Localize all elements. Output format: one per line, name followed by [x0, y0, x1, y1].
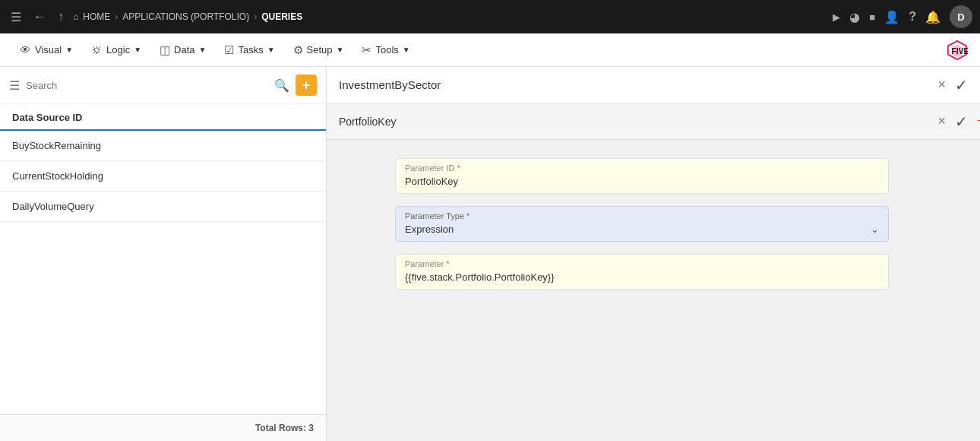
setup-label: Setup	[307, 44, 333, 56]
user-button[interactable]: 👤	[884, 10, 899, 24]
logic-dropdown-icon: ▼	[134, 46, 141, 54]
svg-text:FIVE: FIVE	[952, 46, 968, 55]
parameter-id-field: Parameter ID * PortfolioKey	[395, 158, 889, 194]
sub-panel-title: PortfolioKey	[339, 116, 937, 128]
data-icon: ◫	[160, 43, 170, 57]
panel-close-button[interactable]: ×	[937, 77, 946, 93]
right-panel: InvestmentBySector × ✓ PortfolioKey × ✓ …	[327, 67, 980, 441]
breadcrumb-separator-1: ›	[115, 11, 118, 22]
toolbar-tools[interactable]: ✂ Tools ▼	[354, 39, 417, 62]
visual-icon: 👁	[20, 43, 31, 56]
visual-label: Visual	[35, 44, 62, 56]
preview-button[interactable]: ◕	[849, 10, 860, 24]
toolbar-logic[interactable]: ⛭ Logic ▼	[84, 39, 149, 61]
logic-label: Logic	[106, 44, 130, 56]
red-arrow-indicator: ←	[974, 111, 980, 131]
queries-label[interactable]: QUERIES	[261, 11, 302, 22]
home-icon: ⌂	[73, 11, 78, 22]
panel-header: InvestmentBySector × ✓	[327, 67, 980, 103]
five-logo: FIVE	[947, 40, 968, 61]
tasks-icon: ☑	[224, 43, 234, 57]
help-button[interactable]: ?	[909, 10, 916, 24]
parameter-type-select[interactable]: Expression ⌄	[396, 222, 888, 241]
search-icon[interactable]: 🔍	[274, 78, 289, 93]
sidebar-search-bar: ☰ 🔍 +	[0, 67, 326, 104]
parameter-id-label: Parameter ID *	[396, 159, 888, 174]
bell-button[interactable]: 🔔	[925, 10, 940, 24]
parameter-type-field: Parameter Type * Expression ⌄	[395, 206, 889, 242]
sidebar-list: BuyStockRemaining CurrentStockHolding Da…	[0, 131, 326, 414]
toolbar-tasks[interactable]: ☑ Tasks ▼	[217, 39, 282, 62]
sub-panel-header: PortfolioKey × ✓ ←	[327, 103, 980, 140]
parameter-field: Parameter * {{five.stack.Portfolio.Portf…	[395, 254, 889, 290]
tasks-label: Tasks	[238, 44, 263, 56]
hamburger-icon[interactable]: ☰	[8, 7, 24, 27]
data-label: Data	[174, 44, 194, 56]
app-label[interactable]: APPLICATIONS (PORTFOLIO)	[122, 11, 249, 22]
panel-title: InvestmentBySector	[339, 78, 937, 91]
tasks-dropdown-icon: ▼	[267, 46, 275, 54]
toolbar: 👁 Visual ▼ ⛭ Logic ▼ ◫ Data ▼ ☑ Tasks ▼ …	[0, 33, 980, 67]
top-nav-right: ▶ ◕ ■ 👤 ? 🔔 D	[833, 5, 972, 28]
data-dropdown-icon: ▼	[199, 46, 207, 54]
back-arrow-icon[interactable]: ←	[30, 7, 49, 27]
tools-label: Tools	[375, 44, 398, 56]
form-area: Parameter ID * PortfolioKey Parameter Ty…	[327, 140, 980, 308]
visual-dropdown-icon: ▼	[65, 46, 73, 54]
panel-actions: × ✓	[937, 76, 968, 94]
top-nav: ☰ ← ↑ ⌂ HOME › APPLICATIONS (PORTFOLIO) …	[0, 0, 980, 33]
tools-icon: ✂	[362, 43, 371, 57]
toolbar-data[interactable]: ◫ Data ▼	[152, 39, 213, 62]
parameter-label: Parameter *	[396, 255, 888, 270]
sub-panel-actions: × ✓ ←	[937, 113, 968, 131]
sidebar-column-header: Data Source ID	[0, 104, 326, 131]
tools-dropdown-icon: ▼	[403, 46, 410, 54]
parameter-type-label: Parameter Type *	[396, 207, 888, 222]
sidebar-footer: Total Rows: 3	[0, 414, 326, 441]
list-item[interactable]: BuyStockRemaining	[0, 131, 326, 161]
parameter-value[interactable]: {{five.stack.Portfolio.PortfolioKey}}	[396, 270, 888, 289]
up-arrow-icon[interactable]: ↑	[55, 7, 67, 27]
parameter-type-value: Expression	[405, 224, 454, 235]
avatar[interactable]: D	[950, 5, 972, 28]
list-item[interactable]: DailyVolumeQuery	[0, 192, 326, 222]
list-item[interactable]: CurrentStockHolding	[0, 161, 326, 192]
setup-dropdown-icon: ▼	[337, 46, 344, 54]
toolbar-setup[interactable]: ⚙ Setup ▼	[286, 39, 352, 62]
add-button[interactable]: +	[296, 75, 317, 96]
setup-icon: ⚙	[293, 43, 303, 57]
home-label[interactable]: HOME	[83, 11, 110, 22]
toolbar-visual[interactable]: 👁 Visual ▼	[12, 39, 81, 61]
five-logo-svg: FIVE	[947, 40, 968, 61]
sub-panel-close-button[interactable]: ×	[937, 113, 946, 129]
parameter-id-value[interactable]: PortfolioKey	[396, 174, 888, 193]
panel-confirm-button[interactable]: ✓	[955, 76, 968, 94]
chevron-down-icon: ⌄	[871, 224, 879, 235]
main-content: ☰ 🔍 + Data Source ID BuyStockRemaining C…	[0, 67, 980, 441]
sub-panel-confirm-button[interactable]: ✓	[955, 113, 968, 131]
sidebar: ☰ 🔍 + Data Source ID BuyStockRemaining C…	[0, 67, 327, 441]
play-button[interactable]: ▶	[833, 11, 840, 23]
breadcrumb: ⌂ HOME › APPLICATIONS (PORTFOLIO) › QUER…	[73, 11, 302, 22]
search-input[interactable]	[26, 80, 268, 91]
filter-icon: ☰	[9, 78, 20, 93]
logic-icon: ⛭	[91, 43, 103, 56]
breadcrumb-separator-2: ›	[254, 11, 257, 22]
stop-button[interactable]: ■	[869, 11, 875, 23]
